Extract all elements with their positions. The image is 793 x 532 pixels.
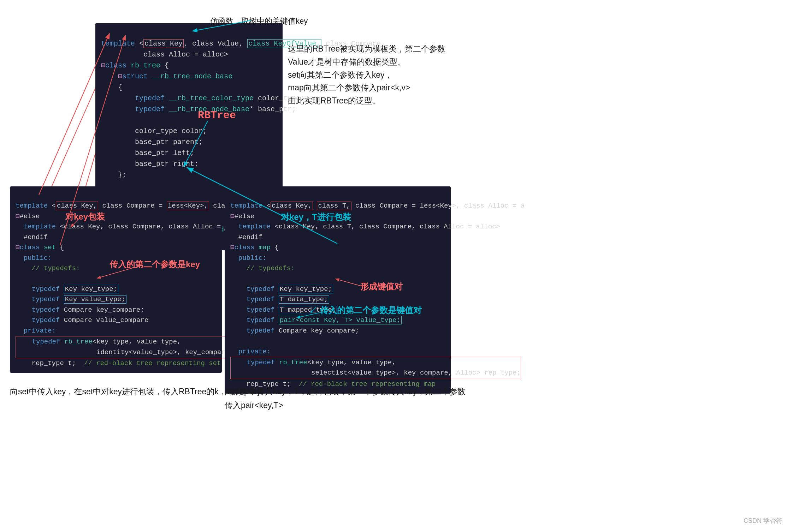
- annotation-key-value-pair: 形成键值对: [360, 280, 403, 293]
- annotation-second-param-key: 传入的第二个参数是key: [110, 258, 200, 271]
- annotation-second-param-kvpair: ↙ 传入的第二个参数是键值对: [309, 304, 422, 317]
- csdn-watermark: CSDN 学否符: [744, 516, 782, 525]
- annotation-key-wrap-left: 对key包装: [65, 210, 105, 223]
- annotation-key-T-wrap: 对key，T进行包装: [281, 210, 351, 224]
- label-rbtree: RBTree: [198, 109, 236, 121]
- annotation-fanhanshu: 仿函数，取树中的关键值key: [210, 15, 308, 27]
- bottom-note-left: 向set中传入key，在set中对key进行包装，传入RBTree的k，v都是K…: [10, 385, 261, 399]
- annotation-rbtree-desc: 这里的RBTree被实现为模板类，第二个参数 Value才是树中存储的数据类型。…: [288, 42, 445, 107]
- left-code-block: template <class Key, class Compare = les…: [10, 186, 222, 373]
- bottom-note-right: 向map中传入key，T，进行包装；第一个参数传入key，第二个参数 传入pai…: [225, 385, 466, 412]
